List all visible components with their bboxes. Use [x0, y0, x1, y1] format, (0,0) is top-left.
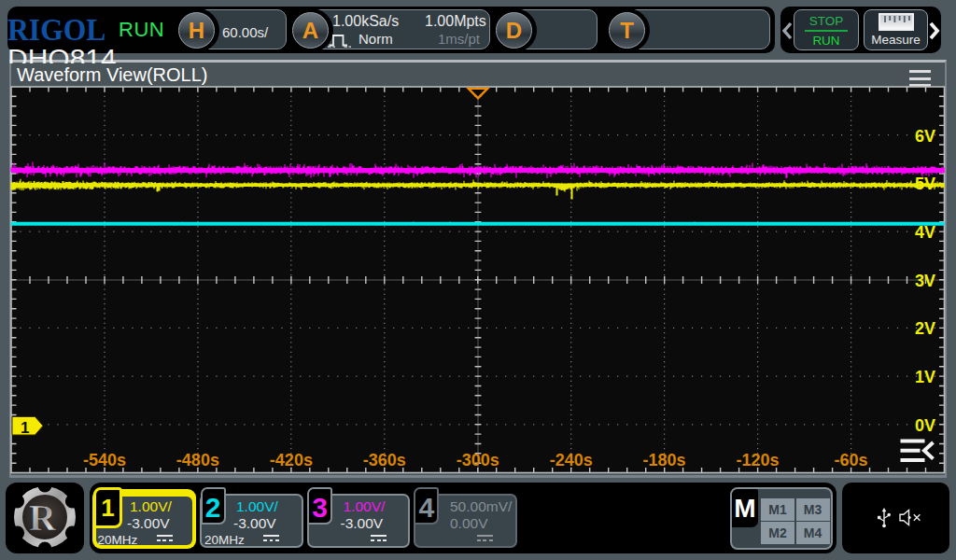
- svg-text:1: 1: [21, 419, 29, 437]
- svg-text:R: R: [29, 497, 57, 539]
